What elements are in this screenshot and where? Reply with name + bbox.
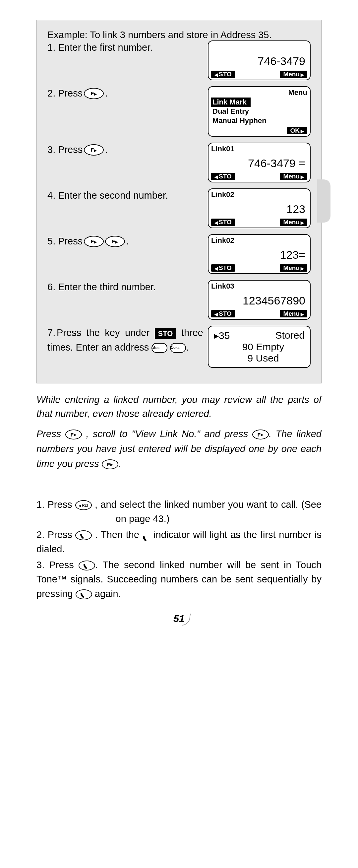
- f-button[interactable]: F: [65, 430, 82, 439]
- softkey-sto[interactable]: STO: [211, 173, 235, 180]
- phone-up-icon: [80, 590, 88, 598]
- step-label: Press: [58, 86, 83, 101]
- text: again.: [95, 588, 121, 599]
- screen-number: 1234567890: [208, 290, 310, 309]
- screen-label: Link02: [208, 235, 310, 245]
- step-6: 6. Enter the third number. Link03 123456…: [47, 280, 311, 320]
- example-heading-label: Example:: [47, 30, 88, 40]
- step-2: 2. Press F. Menu Link Mark Dual Entry Ma…: [47, 86, 311, 137]
- phone-screen-2: Menu Link Mark Dual Entry Manual Hyphen …: [208, 86, 311, 137]
- softkey-bar: STO Menu: [208, 264, 310, 273]
- send-button[interactable]: [75, 530, 92, 540]
- call-step-1: 1. Press Rcl , and select the linked num…: [36, 497, 322, 526]
- phone-screen-1: 746-3479 STO Menu: [208, 40, 311, 80]
- softkey-bar: STO Menu: [208, 309, 310, 319]
- screen-number: 746-3479 =: [208, 153, 310, 172]
- phone-up-icon: [79, 531, 88, 539]
- note-text: Press: [36, 429, 61, 439]
- softkey-bar: STO Menu: [208, 70, 310, 80]
- f-button[interactable]: F: [102, 459, 118, 469]
- menu-item-dualentry[interactable]: Dual Entry: [211, 107, 307, 116]
- step-label: Enter the first number.: [58, 40, 153, 55]
- f-button[interactable]: F: [84, 88, 104, 99]
- menu-list: Link Mark Dual Entry Manual Hyphen: [208, 97, 310, 126]
- text: Press: [48, 529, 72, 540]
- menu-item-manualhyphen[interactable]: Manual Hyphen: [211, 116, 307, 125]
- screen-number: 123=: [208, 245, 310, 264]
- step-number: 3.: [47, 143, 57, 157]
- step-number: 5.: [47, 234, 57, 249]
- softkey-bar: STO Menu: [208, 172, 310, 182]
- step-3-text: 3. Press F.: [47, 143, 203, 157]
- softkey-menu[interactable]: Menu: [280, 219, 307, 226]
- step-6-text: 6. Enter the third number.: [47, 280, 203, 294]
- page-number: 51: [36, 613, 322, 624]
- calling-steps: 1. Press Rcl , and select the linked num…: [36, 497, 322, 601]
- used-count: 9 Used: [214, 352, 305, 364]
- text: Press: [50, 560, 74, 570]
- f-button[interactable]: F: [105, 236, 125, 247]
- note-text: .: [118, 458, 121, 469]
- f-button[interactable]: F: [84, 144, 104, 156]
- softkey-menu[interactable]: Menu: [280, 265, 307, 272]
- phone-screen-3: Link01 746-3479 = STO Menu: [208, 143, 311, 182]
- example-sub: To link 3 numbers and store in Address 3…: [90, 30, 271, 40]
- step-1-text: 1. Enter the first number.: [47, 40, 203, 55]
- step-7: 7. Press the key under STO three times. …: [47, 326, 311, 368]
- page-tab-notch: [317, 180, 330, 222]
- softkey-menu[interactable]: Menu: [280, 310, 307, 317]
- keypad-3-button[interactable]: 3DEF: [152, 343, 167, 353]
- example-heading: Example: To link 3 numbers and store in …: [47, 30, 311, 40]
- step-5: 5. Press F F. Link02 123= STO Menu: [47, 234, 311, 274]
- step-1: 1. Enter the first number. 746-3479 STO …: [47, 40, 311, 80]
- call-step-2: 2. Press . Then the indicator will light…: [36, 528, 322, 557]
- screen-label: Link03: [208, 281, 310, 290]
- screen-title: Menu: [208, 87, 310, 97]
- screen-number: 123: [208, 199, 310, 218]
- softkey-menu[interactable]: Menu: [280, 173, 307, 180]
- softkey-sto[interactable]: STO: [211, 265, 235, 272]
- step-number: 7.: [47, 326, 57, 340]
- step-number: 6.: [47, 280, 57, 294]
- note-paragraph-1: While entering a linked number, you may …: [36, 393, 322, 421]
- phone-up-icon: [83, 561, 91, 569]
- f-button[interactable]: F: [84, 236, 104, 247]
- keypad-5-button[interactable]: 5JKL: [170, 343, 186, 353]
- step-3: 3. Press F. Link01 746-3479 = STO Menu: [47, 143, 311, 182]
- note-paragraph-2: Press F , scroll to "View Link No." and …: [36, 427, 322, 471]
- stored-label: Stored: [275, 330, 305, 341]
- softkey-sto[interactable]: STO: [211, 71, 235, 78]
- example-box: Example: To link 3 numbers and store in …: [36, 20, 322, 383]
- menu-item-linkmark[interactable]: Link Mark: [211, 97, 251, 107]
- page-number-text: 51: [170, 613, 188, 624]
- softkey-sto[interactable]: STO: [211, 310, 235, 317]
- softkey-sto[interactable]: STO: [211, 219, 235, 226]
- step-2-text: 2. Press F.: [47, 86, 203, 101]
- step-label: Press: [58, 234, 83, 249]
- send-button[interactable]: [78, 561, 95, 570]
- rcl-button[interactable]: Rcl: [75, 500, 92, 510]
- step-label: Press the key under: [57, 328, 150, 338]
- step-number: 2.: [47, 86, 57, 101]
- step-5-text: 5. Press F F.: [47, 234, 203, 249]
- softkey-menu[interactable]: Menu: [280, 71, 307, 78]
- call-step-3: 3. Press . The second linked number will…: [36, 558, 322, 601]
- empty-count: 90 Empty: [214, 341, 305, 352]
- step-number: 4.: [47, 188, 57, 203]
- screen-number: 746-3479: [208, 48, 310, 70]
- softkey-ok[interactable]: OK: [287, 127, 307, 134]
- text: . Then the: [95, 529, 139, 540]
- sto-key-inline: STO: [155, 328, 176, 339]
- note-text: , scroll to "View Link No." and press: [86, 429, 248, 439]
- phone-screen-5: Link02 123= STO Menu: [208, 234, 311, 274]
- screen-label: Link01: [208, 143, 310, 153]
- text: , and select the linked number you want …: [95, 499, 322, 510]
- text: on page 43.): [116, 514, 170, 524]
- step-4: 4. Enter the second number. Link02 123 S…: [47, 188, 311, 228]
- f-button[interactable]: F: [252, 430, 269, 439]
- step-label: Enter the second number.: [58, 188, 168, 203]
- phone-icon: [142, 531, 151, 539]
- step-label: Enter the third number.: [58, 280, 156, 294]
- text: Press: [47, 499, 72, 510]
- send-button[interactable]: [75, 589, 92, 599]
